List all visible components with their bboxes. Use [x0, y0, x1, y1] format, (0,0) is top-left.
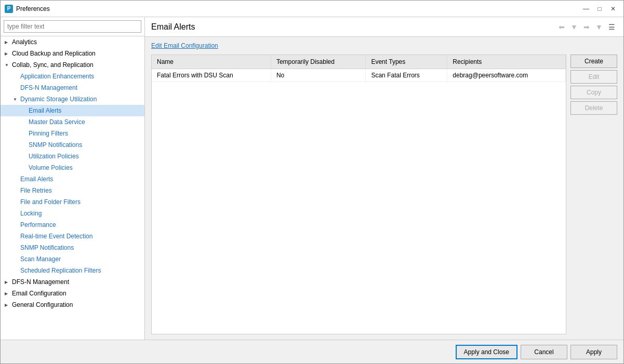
- title-bar: P Preferences — □ ✕: [1, 1, 623, 17]
- search-input[interactable]: [4, 20, 141, 33]
- sidebar-item-app-enhancements[interactable]: Application Enhancements: [1, 71, 144, 82]
- sidebar-item-email-config[interactable]: ▶ Email Configuration: [1, 288, 144, 299]
- sidebar-tree: ▶ Analytics ▶ Cloud Backup and Replicati…: [1, 36, 144, 340]
- sidebar-item-snmp-notif[interactable]: SNMP Notifications: [1, 139, 144, 151]
- edit-email-config-link[interactable]: Edit Email Configuration: [151, 42, 617, 49]
- sidebar-item-locking[interactable]: Locking: [1, 208, 144, 219]
- sidebar-item-label: Email Alerts: [29, 107, 61, 114]
- cell-temporarily-disabled: No: [271, 69, 366, 82]
- back-dropdown-icon: ▼: [570, 23, 578, 31]
- sidebar-item-cloud-backup[interactable]: ▶ Cloud Backup and Replication: [1, 48, 144, 59]
- sidebar-item-snmp-notif2[interactable]: SNMP Notifications: [1, 242, 144, 253]
- maximize-button[interactable]: □: [593, 4, 606, 14]
- cell-event-types: Scan Fatal Errors: [366, 69, 447, 82]
- edit-button[interactable]: Edit: [570, 70, 617, 84]
- menu-icon: ☰: [608, 23, 615, 31]
- sidebar-item-file-retries[interactable]: File Retries: [1, 185, 144, 196]
- sidebar-item-scan-manager[interactable]: Scan Manager: [1, 253, 144, 265]
- sidebar-item-label: Dynamic Storage Utilization: [20, 96, 97, 103]
- sidebar-item-master-data[interactable]: Master Data Service: [1, 116, 144, 128]
- page-content: Edit Email Configuration Name Temporaril…: [145, 37, 623, 340]
- expand-arrow: ▶: [5, 291, 10, 296]
- sidebar-item-label: Locking: [20, 210, 42, 217]
- sidebar-item-email-alerts-selected[interactable]: Email Alerts: [1, 105, 144, 116]
- page-header: Email Alerts ⬅ ▼ ➡ ▼ ☰: [145, 17, 623, 37]
- expand-arrow: ▶: [5, 40, 10, 45]
- forward-dropdown-icon: ▼: [595, 23, 603, 31]
- window-title: Preferences: [16, 5, 577, 12]
- minimize-button[interactable]: —: [580, 4, 592, 14]
- sidebar-item-label: Utilization Policies: [29, 153, 79, 160]
- expand-arrow: ▶: [5, 280, 10, 285]
- page-title: Email Alerts: [151, 22, 195, 32]
- table-row[interactable]: Fatal Errors with DSU ScanNoScan Fatal E…: [152, 69, 566, 82]
- apply-button[interactable]: Apply: [570, 345, 617, 359]
- sidebar-item-label: Scan Manager: [20, 255, 61, 263]
- email-alerts-table-wrap: Name Temporarily Disabled Event Types Re…: [151, 55, 566, 334]
- col-temporarily-disabled: Temporarily Disabled: [271, 55, 366, 69]
- sidebar-item-general-config[interactable]: ▶ General Configuration: [1, 299, 144, 311]
- back-dropdown-button[interactable]: ▼: [568, 21, 580, 33]
- sidebar-item-label: Application Enhancements: [20, 73, 94, 80]
- header-actions: ⬅ ▼ ➡ ▼ ☰: [556, 21, 617, 33]
- col-name: Name: [152, 55, 271, 69]
- cancel-button[interactable]: Cancel: [521, 345, 567, 359]
- delete-button[interactable]: Delete: [570, 101, 617, 115]
- sidebar-item-dfs-n-mgmt-child[interactable]: DFS-N Management: [1, 82, 144, 93]
- sidebar-item-label: Email Alerts: [20, 176, 53, 183]
- expand-arrow: ▼: [5, 63, 10, 68]
- sidebar-item-label: SNMP Notifications: [20, 244, 74, 251]
- sidebar-item-file-folder-filters[interactable]: File and Folder Filters: [1, 196, 144, 208]
- expand-arrow: ▼: [13, 97, 18, 102]
- sidebar-item-real-time[interactable]: Real-time Event Detection: [1, 231, 144, 242]
- sidebar-item-label: Analytics: [12, 38, 37, 46]
- sidebar-item-label: File Retries: [20, 187, 52, 194]
- close-button[interactable]: ✕: [607, 4, 619, 14]
- sidebar-item-volume-policies[interactable]: Volume Policies: [1, 162, 144, 173]
- sidebar-item-label: Performance: [20, 221, 56, 228]
- create-button[interactable]: Create: [570, 55, 617, 68]
- sidebar-item-label: Cloud Backup and Replication: [12, 50, 96, 57]
- cell-recipients: debrag@peersoftware.com: [447, 69, 566, 82]
- sidebar-item-label: SNMP Notifications: [29, 141, 82, 149]
- sidebar-item-label: Scheduled Replication Filters: [20, 267, 101, 274]
- sidebar-item-dfs-n-mgmt[interactable]: ▶ DFS-N Management: [1, 276, 144, 288]
- back-button[interactable]: ⬅: [556, 21, 567, 33]
- forward-icon: ➡: [583, 23, 590, 31]
- table-section: Name Temporarily Disabled Event Types Re…: [151, 55, 617, 334]
- sidebar-item-label: Volume Policies: [29, 164, 73, 171]
- sidebar-item-label: Email Configuration: [12, 290, 67, 297]
- main-area: Email Alerts ⬅ ▼ ➡ ▼ ☰: [145, 17, 623, 340]
- forward-button[interactable]: ➡: [581, 21, 592, 33]
- footer: Apply and Close Cancel Apply: [1, 340, 623, 363]
- sidebar: ▶ Analytics ▶ Cloud Backup and Replicati…: [1, 17, 145, 340]
- sidebar-item-analytics[interactable]: ▶ Analytics: [1, 36, 144, 48]
- table-body: Fatal Errors with DSU ScanNoScan Fatal E…: [152, 69, 566, 82]
- table-header-row: Name Temporarily Disabled Event Types Re…: [152, 55, 566, 69]
- apply-close-button[interactable]: Apply and Close: [456, 345, 517, 359]
- col-recipients: Recipients: [447, 55, 566, 69]
- sidebar-item-collab[interactable]: ▼ Collab, Sync, and Replication: [1, 59, 144, 71]
- expand-arrow: ▶: [5, 303, 10, 307]
- cell-name: Fatal Errors with DSU Scan: [152, 69, 271, 82]
- sidebar-item-util-policies[interactable]: Utilization Policies: [1, 151, 144, 162]
- sidebar-item-performance[interactable]: Performance: [1, 219, 144, 231]
- window-controls: — □ ✕: [580, 4, 619, 14]
- sidebar-item-label: Real-time Event Detection: [20, 233, 92, 240]
- header-menu-button[interactable]: ☰: [606, 21, 617, 33]
- preferences-window: P Preferences — □ ✕ ▶ Analytics ▶: [0, 0, 624, 364]
- sidebar-filter-area: [1, 17, 144, 36]
- sidebar-item-label: Collab, Sync, and Replication: [12, 61, 94, 69]
- back-icon: ⬅: [559, 23, 565, 31]
- sidebar-item-label: File and Folder Filters: [20, 198, 81, 206]
- sidebar-item-email-alerts2[interactable]: Email Alerts: [1, 173, 144, 185]
- copy-button[interactable]: Copy: [570, 86, 617, 99]
- sidebar-item-sched-repl-filters[interactable]: Scheduled Replication Filters: [1, 265, 144, 276]
- forward-dropdown-button[interactable]: ▼: [593, 21, 605, 33]
- app-icon: P: [5, 5, 13, 13]
- email-alerts-table: Name Temporarily Disabled Event Types Re…: [152, 55, 566, 82]
- sidebar-item-label: Master Data Service: [29, 118, 85, 126]
- sidebar-item-label: Pinning Filters: [29, 130, 68, 137]
- sidebar-item-pinning-filters[interactable]: Pinning Filters: [1, 128, 144, 139]
- sidebar-item-dsu[interactable]: ▼ Dynamic Storage Utilization: [1, 93, 144, 105]
